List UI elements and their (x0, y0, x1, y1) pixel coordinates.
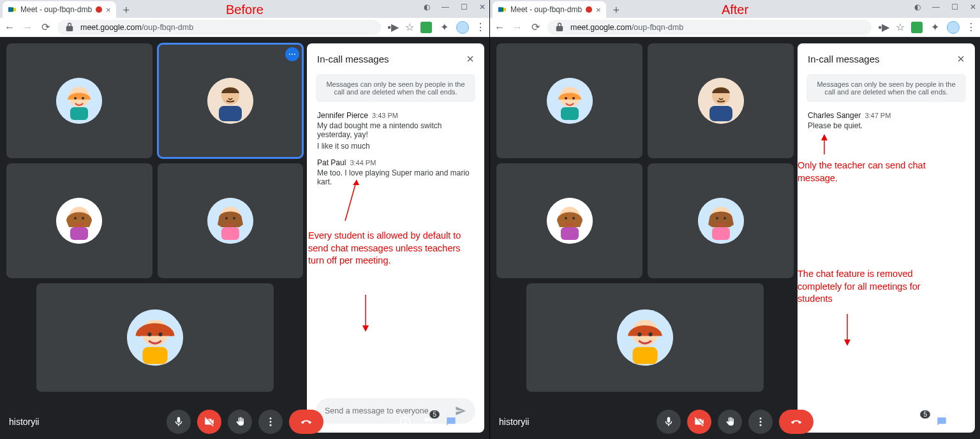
avatar-teacher (698, 78, 744, 124)
chat-close-button[interactable]: × (957, 52, 965, 65)
annotation-arrow-icon (840, 311, 855, 350)
raise-hand-button[interactable] (228, 410, 252, 434)
browser-tab[interactable]: Meet - oup-fbqn-dmb × (3, 1, 116, 18)
end-call-button[interactable] (289, 410, 323, 434)
svg-point-30 (269, 421, 271, 423)
annotation-text: Only the teacher can send chat message. (798, 160, 957, 184)
bookmark-star-icon[interactable]: ☆ (896, 21, 905, 33)
avatar-self (617, 309, 673, 366)
mic-button[interactable] (657, 410, 681, 434)
svg-point-52 (565, 217, 567, 220)
omnibox[interactable]: meet.google.com/oup-fbqn-dmb (57, 20, 381, 35)
chat-close-button[interactable]: × (466, 52, 474, 65)
window-maximize-button[interactable]: ☐ (951, 3, 958, 11)
svg-point-17 (225, 217, 228, 220)
activities-button[interactable] (958, 415, 971, 428)
participant-tile-selected[interactable]: ⋯ (158, 43, 304, 158)
chat-button[interactable] (935, 415, 948, 428)
nav-back-button[interactable]: ← (494, 22, 505, 33)
profile-avatar[interactable] (947, 21, 960, 34)
annotation-text: Every student is allowed by default to s… (308, 230, 468, 267)
meet-favicon-icon (8, 5, 17, 14)
raise-hand-button[interactable] (718, 410, 742, 434)
mic-button[interactable] (167, 410, 191, 434)
svg-point-63 (648, 332, 652, 336)
people-button[interactable]: 5 (422, 415, 434, 428)
nav-forward-button[interactable]: → (512, 22, 523, 33)
tile-menu-button[interactable]: ⋯ (285, 47, 299, 61)
svg-rect-14 (70, 227, 88, 240)
play-media-icon[interactable]: ◐ (914, 3, 921, 11)
info-button[interactable] (889, 415, 902, 428)
tab-close-button[interactable]: × (106, 5, 111, 15)
browser-menu-button[interactable]: ⋮ (966, 21, 976, 33)
nav-reload-button[interactable]: ⟳ (40, 22, 51, 33)
svg-point-18 (233, 217, 235, 220)
camera-indicator-icon[interactable]: ▪▶ (387, 21, 399, 33)
svg-point-12 (74, 217, 77, 220)
play-media-icon[interactable]: ◐ (424, 3, 430, 11)
camera-off-button[interactable] (687, 410, 711, 434)
chat-panel: In-call messages × Messages can only be … (798, 43, 975, 433)
svg-point-77 (963, 417, 965, 419)
participant-tile[interactable] (648, 43, 794, 158)
more-options-button[interactable] (748, 410, 773, 434)
chat-button[interactable] (445, 415, 457, 428)
window-maximize-button[interactable]: ☐ (461, 3, 468, 11)
chat-title: In-call messages (317, 54, 389, 64)
window-close-button[interactable]: ✕ (479, 3, 486, 11)
record-indicator-icon (96, 6, 102, 13)
nav-back-button[interactable]: ← (4, 22, 15, 33)
meet-favicon-icon (498, 5, 507, 14)
svg-marker-66 (821, 134, 828, 140)
nav-reload-button[interactable]: ⟳ (530, 22, 541, 33)
new-tab-button[interactable]: + (609, 3, 624, 18)
tab-title: Meet - oup-fbqn-dmb (510, 5, 582, 14)
extensions-button[interactable]: ✦ (438, 22, 450, 33)
omnibox[interactable]: meet.google.com/oup-fbqn-dmb (547, 20, 872, 35)
meet-body: In-call messages × Messages can only be … (490, 37, 980, 439)
extension-green-icon[interactable] (420, 22, 432, 33)
svg-marker-68 (844, 339, 850, 346)
annotation-arrow-icon (359, 292, 372, 337)
participant-tile[interactable] (158, 163, 304, 278)
bookmark-star-icon[interactable]: ☆ (405, 21, 414, 33)
chat-message: Charles Sanger3:47 PM Please be quiet. (808, 111, 965, 130)
new-tab-button[interactable]: + (119, 3, 134, 18)
extension-green-icon[interactable] (911, 22, 923, 33)
window-close-button[interactable]: ✕ (970, 3, 976, 11)
nav-forward-button[interactable]: → (22, 22, 33, 33)
people-button[interactable]: 5 (912, 415, 925, 428)
svg-point-74 (895, 419, 896, 420)
activities-button[interactable] (468, 415, 480, 428)
address-bar: ← → ⟳ meet.google.com/oup-fbqn-dmb ▪▶ ☆ … (490, 18, 980, 37)
browser-menu-button[interactable]: ⋮ (475, 21, 486, 33)
info-button[interactable] (399, 415, 412, 428)
participant-tile[interactable] (496, 43, 642, 158)
window-minimize-button[interactable]: — (442, 3, 449, 11)
svg-rect-24 (142, 347, 167, 364)
browser-tab[interactable]: Meet - oup-fbqn-dmb × (493, 1, 606, 18)
tab-close-button[interactable]: × (596, 5, 601, 15)
participant-tile[interactable] (496, 163, 642, 278)
participant-self-tile[interactable] (36, 283, 274, 392)
participant-self-tile[interactable] (526, 283, 764, 392)
svg-point-45 (572, 97, 575, 100)
svg-rect-19 (221, 227, 239, 240)
extensions-button[interactable]: ✦ (929, 22, 940, 33)
meeting-name: historyii (499, 417, 529, 427)
svg-marker-28 (362, 325, 369, 332)
participant-tile[interactable] (648, 163, 794, 278)
window-minimize-button[interactable]: — (932, 3, 940, 11)
annotation-arrow-icon (339, 176, 364, 227)
svg-point-37 (473, 417, 475, 419)
camera-off-button[interactable] (197, 410, 221, 434)
more-options-button[interactable] (258, 410, 283, 434)
participant-tile[interactable] (6, 163, 152, 278)
participant-tile[interactable] (6, 43, 152, 158)
svg-point-22 (147, 332, 151, 336)
end-call-button[interactable] (779, 410, 813, 434)
profile-avatar[interactable] (456, 21, 469, 34)
camera-indicator-icon[interactable]: ▪▶ (878, 21, 889, 33)
svg-point-36 (429, 419, 433, 422)
